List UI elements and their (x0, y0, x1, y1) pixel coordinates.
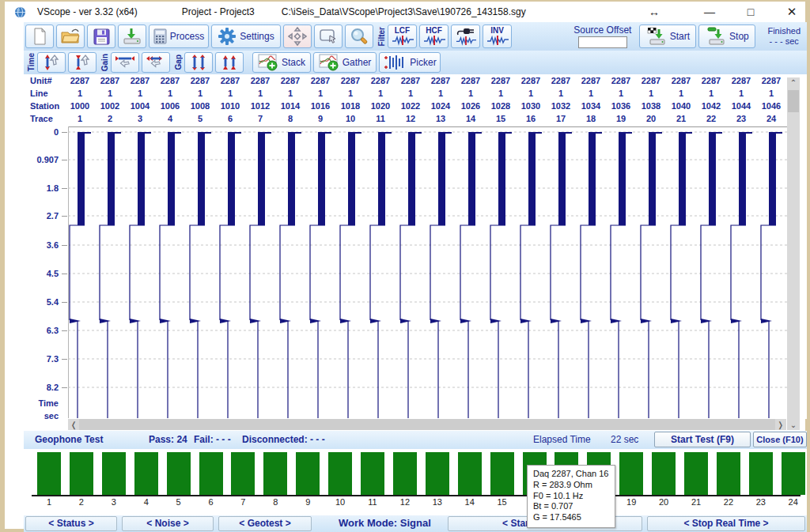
seismic-trace (370, 132, 392, 418)
seismic-trace (430, 132, 452, 418)
header-cell: 1032 (546, 101, 576, 111)
axis-unit-sec: sec (24, 411, 62, 421)
scroll-right-icon[interactable]: ❭ (775, 421, 786, 429)
channel-bar[interactable] (263, 452, 287, 495)
channel-bar[interactable] (426, 452, 449, 495)
channel-bar[interactable] (102, 452, 126, 495)
lcf-filter-button[interactable]: LCF (388, 25, 417, 48)
vertical-scrollbar[interactable]: ⌃ ⌄ (787, 77, 800, 430)
channel-bar[interactable] (458, 452, 482, 495)
main-toolbar: Process Settings Filter LCF HCF (24, 22, 807, 51)
source-offset-input[interactable] (578, 36, 627, 48)
close-test-button[interactable]: Close (F10) (753, 432, 807, 447)
horizontal-scrollbar[interactable]: ❬ ❭ (68, 419, 786, 430)
gain-decrease-button[interactable] (142, 52, 170, 73)
scroll-down-icon[interactable]: ⌄ (787, 421, 800, 429)
time-tick-label: 8.2 (24, 383, 59, 392)
start-test-button[interactable]: Start Test (F9) (654, 432, 751, 447)
seismic-trace (400, 132, 422, 418)
channel-number: 24 (782, 497, 805, 507)
inv-filter-button[interactable]: INV (483, 25, 512, 48)
channel-bar[interactable] (619, 452, 643, 495)
file-path: C:\iSeis_Data\VScope\Project3\Save\19072… (282, 6, 526, 17)
gain-increase-button[interactable] (111, 52, 139, 73)
header-cell: 11 (365, 114, 396, 123)
zoom-button[interactable] (345, 25, 373, 48)
time-compress-button[interactable] (68, 52, 97, 73)
header-cell: 12 (396, 114, 426, 123)
channel-bar[interactable] (490, 452, 514, 495)
header-cell: 2287 (275, 76, 305, 85)
header-cell: 1 (215, 89, 245, 98)
finished-line2: - - - sec (767, 36, 801, 47)
minimize-button[interactable]: — (701, 6, 718, 18)
gather-button[interactable]: Gather (313, 52, 377, 73)
channel-bar[interactable] (328, 452, 352, 495)
channel-bar[interactable] (296, 452, 320, 495)
channel-bar[interactable] (37, 452, 61, 495)
gap-compress-button[interactable] (215, 52, 244, 73)
settings-button[interactable]: Settings (211, 25, 281, 48)
process-button[interactable]: Process (149, 25, 209, 48)
header-cell: 2287 (396, 76, 426, 85)
vertical-scroll-thumb[interactable] (788, 90, 799, 112)
save-floppy-icon (93, 28, 110, 45)
stop-label: Stop (729, 31, 749, 42)
resize-arrows-icon[interactable]: ↔ (645, 6, 663, 18)
header-cell: 2287 (95, 76, 125, 85)
channel-bar[interactable] (231, 452, 255, 495)
time-tick-label: 5.4 (24, 297, 59, 307)
header-cell: 21 (666, 114, 696, 123)
status-mode-button[interactable]: < Status > (25, 516, 117, 531)
channel-bar[interactable] (199, 452, 223, 495)
time-expand-button[interactable] (37, 52, 66, 73)
tick-dash (62, 302, 67, 303)
header-cell: 20 (636, 114, 666, 123)
header-cell: 8 (275, 114, 305, 123)
hcf-filter-button[interactable]: HCF (419, 25, 449, 48)
tick-dash (62, 359, 67, 360)
stack-button[interactable]: Stack (252, 52, 311, 73)
select-button[interactable] (314, 25, 343, 48)
channel-bar[interactable] (134, 452, 158, 495)
stop-realtime-button[interactable]: < Stop Real Time > (647, 516, 805, 531)
geotest-mode-button[interactable]: < Geotest > (218, 516, 312, 531)
channel-bar[interactable] (361, 452, 384, 495)
notch-filter-button[interactable] (451, 25, 480, 48)
save-button[interactable] (87, 25, 115, 48)
channel-bar[interactable] (70, 452, 93, 495)
scroll-left-icon[interactable]: ❬ (68, 421, 79, 429)
new-file-button[interactable] (25, 25, 54, 48)
start-button[interactable]: Start (639, 25, 696, 48)
channel-bar[interactable] (393, 452, 417, 495)
channel-bar[interactable] (167, 452, 191, 495)
scroll-up-icon[interactable]: ⌃ (787, 78, 800, 87)
tooltip-line: Bt = 0.707 (533, 501, 608, 512)
maximize-button[interactable]: □ (742, 6, 759, 18)
channel-number: 19 (619, 497, 643, 507)
channel-bar[interactable] (717, 452, 740, 495)
close-button[interactable]: ✕ (783, 5, 801, 19)
horizontal-scroll-thumb[interactable] (79, 419, 774, 430)
move-button[interactable] (283, 25, 312, 48)
channel-bar[interactable] (782, 452, 805, 495)
channel-bar[interactable] (652, 452, 676, 495)
gear-icon (218, 27, 237, 46)
channel-bar[interactable] (684, 452, 708, 495)
noise-mode-button[interactable]: < Noise > (122, 516, 214, 531)
channel-bar[interactable] (749, 452, 773, 495)
header-cell: 1038 (636, 101, 666, 111)
seismic-trace (490, 132, 512, 418)
gap-expand-button[interactable] (184, 52, 213, 73)
export-data-button[interactable] (118, 25, 146, 48)
time-tick-label: 1.8 (24, 183, 59, 193)
header-cell: 22 (696, 114, 726, 123)
picker-button[interactable]: Picker (379, 52, 441, 73)
header-cell: 1026 (456, 101, 486, 111)
time-group-label: Time (27, 53, 36, 71)
tick-dash (62, 387, 67, 388)
open-file-button[interactable] (56, 25, 85, 48)
header-cell: 1042 (696, 101, 726, 111)
stop-button[interactable]: Stop (698, 25, 755, 48)
trace-waveforms (68, 126, 789, 418)
